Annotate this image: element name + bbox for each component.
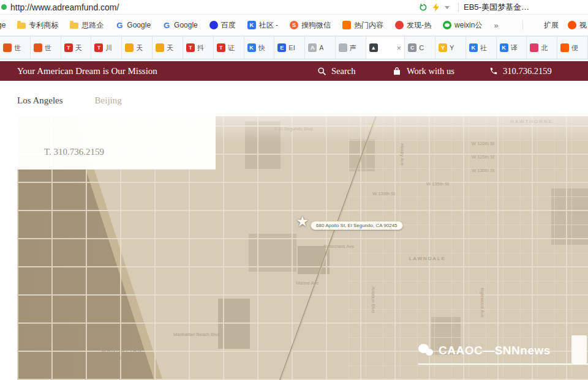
window-title: EB5-美国梦基金… (464, 0, 588, 15)
tab-favicon: T (217, 43, 225, 52)
tab-title: 社 (480, 43, 487, 53)
browser-tab[interactable]: EEI (274, 37, 305, 59)
map-top-fade (216, 116, 588, 142)
tab-title: C (419, 44, 424, 51)
browser-tab[interactable]: K快 (244, 37, 275, 59)
baidu-icon (209, 21, 218, 29)
toolbar-item-label: 扩展 (544, 20, 559, 31)
watermark-underline (418, 363, 588, 365)
tab-title: 声 (350, 43, 356, 53)
tab-title: 抖 (197, 43, 204, 53)
browser-tab[interactable]: 声 (336, 37, 366, 59)
map-street-label: Aviation Blvd (371, 286, 376, 313)
tab-beijing[interactable]: Beijing (95, 95, 122, 110)
browser-tab[interactable]: K译 (497, 37, 527, 59)
browser-tab[interactable]: T川 (91, 37, 122, 59)
divider (522, 20, 523, 30)
browser-tab[interactable]: 北 (527, 37, 557, 59)
bookmark-label: 搜狗微信 (301, 20, 331, 31)
bookmark-label: 发现-热 (407, 20, 431, 31)
browser-tab[interactable]: 天 (153, 37, 183, 59)
tab-title: 天 (75, 43, 82, 53)
tab-close-icon[interactable]: × (395, 44, 402, 52)
tab-title: 世 (45, 43, 51, 53)
tab-title: A (319, 44, 323, 51)
browser-tab[interactable]: 世 (0, 37, 31, 59)
browser-tab[interactable]: YY (435, 37, 466, 59)
toolbar-item[interactable]: 扩展 (532, 20, 559, 31)
browser-tab[interactable]: AA (305, 37, 336, 59)
search-label: Search (331, 66, 355, 76)
browser-tab[interactable]: 便 (557, 37, 588, 59)
tab-favicon (34, 43, 42, 52)
work-with-us-button[interactable]: Work with us (392, 61, 454, 81)
browser-tab[interactable]: K社 (466, 37, 497, 59)
bookmark-item[interactable]: 思路企 (70, 20, 104, 31)
tab-los-angeles[interactable]: Los Angeles (17, 95, 63, 110)
toolbar-right: 扩展视 (522, 20, 588, 31)
url-dropdown-icon[interactable] (445, 6, 450, 9)
bookmark-label: Google (174, 21, 198, 29)
tab-favicon (339, 43, 347, 52)
browser-tab[interactable]: 天 (122, 37, 153, 59)
tab-title: Y (450, 44, 454, 51)
bookmarks-overflow-icon[interactable]: » (494, 21, 498, 30)
map-street-label: Marine Ave (296, 280, 318, 286)
bookmark-item[interactable]: 发现-热 (395, 20, 431, 31)
tab-favicon: A (308, 43, 317, 52)
browser-tab[interactable]: CC (405, 37, 435, 59)
map-street-grid-fine (349, 116, 588, 380)
bookmark-item[interactable]: S搜狗微信 (290, 20, 331, 31)
tab-favicon (156, 43, 164, 52)
map-area-label: LAWNDALE (409, 256, 446, 261)
search-button[interactable]: Search (317, 61, 355, 81)
tab-favicon (3, 43, 12, 52)
tab-favicon: K (469, 43, 478, 52)
refresh-icon[interactable] (419, 3, 428, 12)
browser-tab[interactable]: T证 (214, 37, 244, 59)
map-canvas[interactable]: HAWTHORNELAWNDALEMANHATTANBEACHE El Segu… (17, 116, 588, 380)
bookmark-label: 社区 - (259, 20, 278, 31)
bookmark-item[interactable]: ge (0, 21, 6, 29)
bookmark-item[interactable]: GGoogle (162, 21, 198, 29)
google-icon: G (162, 21, 171, 29)
speed-boost-icon[interactable] (433, 3, 439, 12)
folder-icon (70, 23, 78, 29)
tao-icon (568, 21, 576, 29)
bookmark-item[interactable]: 热门内容 (342, 20, 383, 31)
toolbar-right-items: 扩展视 (532, 20, 587, 31)
map-control[interactable] (571, 335, 587, 363)
address-actions (419, 0, 450, 15)
bookmark-item[interactable]: 专利商标 (17, 20, 58, 31)
browser-tab-active[interactable]: ▲× (366, 37, 405, 59)
tab-title: 天 (167, 43, 173, 53)
bookmark-item[interactable]: 百度 (209, 20, 236, 31)
bookmark-item[interactable]: GGoogle (115, 21, 151, 29)
bookmark-item[interactable]: weixin公 (443, 20, 482, 31)
tab-favicon: C (408, 43, 417, 52)
map-street-label: W 125th St (472, 154, 494, 160)
map-street-label: W 135th St (426, 181, 449, 187)
tab-title: 译 (511, 43, 518, 53)
address-bar[interactable]: http://www.adreamfund.com/ EB5-美国梦基金… (0, 0, 588, 15)
address-url: http://www.adreamfund.com/ (10, 2, 119, 12)
bookmark-label: 热门内容 (354, 20, 383, 31)
work-with-us-label: Work with us (407, 66, 454, 76)
phone-button[interactable]: 310.736.2159 (489, 61, 552, 81)
map-area-label: BEACH (114, 355, 137, 360)
bookmark-label: Google (127, 21, 151, 29)
tab-favicon: Y (439, 43, 447, 52)
browser-tab[interactable]: T抖 (183, 37, 214, 59)
bookmark-label: weixin公 (454, 20, 482, 31)
browser-tab[interactable]: 世 (31, 37, 61, 59)
tab-title: 世 (14, 43, 21, 53)
watermark-text: CAAOC—SNNnews (439, 344, 551, 357)
browser-tab[interactable]: T天 (61, 37, 92, 59)
map-pin-icon[interactable] (296, 213, 309, 230)
toolbar-item[interactable]: 视 (568, 20, 587, 31)
google-icon: G (115, 21, 124, 29)
bookmarks-bar: ge专利商标思路企GGoogleGGoogle百度K社区 -S搜狗微信热门内容发… (0, 15, 588, 36)
tab-title: 北 (541, 43, 548, 53)
site-mission-text: Your American Dream is Our Mission (17, 61, 157, 81)
bookmark-item[interactable]: K社区 - (247, 20, 278, 31)
